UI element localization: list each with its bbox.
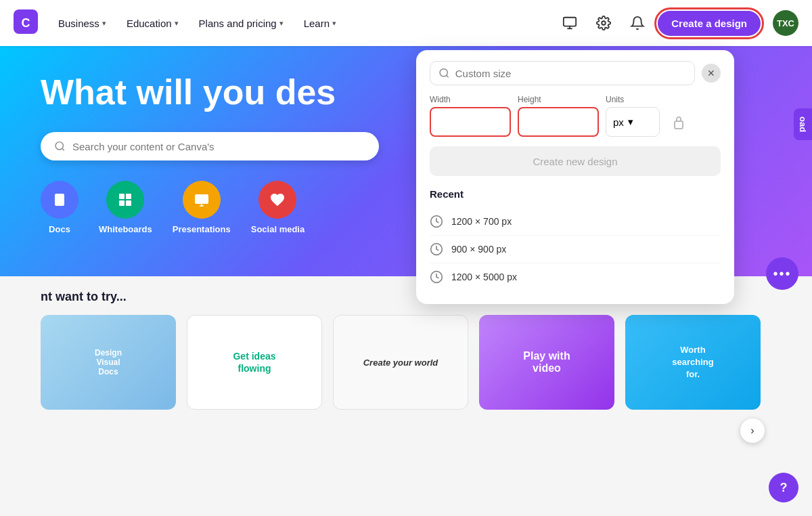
units-select[interactable]: px ▾	[606, 107, 660, 137]
svg-rect-14	[126, 200, 131, 206]
docs-label: Docs	[49, 224, 70, 234]
quick-item-presentations[interactable]: Presentations	[173, 181, 231, 234]
svg-rect-2	[564, 18, 576, 26]
quick-items-row: Docs Whiteboards Presentations Social me…	[41, 181, 304, 234]
more-button[interactable]: •••	[766, 257, 798, 290]
whiteboards-label: Whiteboards	[99, 224, 152, 234]
card-video-text: Play withvideo	[523, 350, 570, 374]
units-label: Units	[606, 95, 660, 104]
next-arrow-button[interactable]: ›	[740, 418, 765, 443]
recent-section: Recent 1200 × 700 px 900 × 900 px 1200 ×…	[430, 188, 721, 291]
avatar[interactable]: TXC	[773, 10, 798, 36]
svg-text:C: C	[22, 16, 30, 30]
clock-icon-1	[430, 242, 443, 256]
try-card-create[interactable]: Create your world	[333, 315, 468, 410]
units-group: Units px ▾	[606, 95, 660, 137]
card-docs-text: DesignVisualDocs	[89, 343, 127, 382]
svg-point-5	[602, 21, 606, 25]
height-field-group: Height	[518, 95, 599, 137]
close-icon: ✕	[707, 68, 715, 79]
width-field-group: Width	[430, 95, 511, 137]
nav-business-label: Business	[58, 18, 99, 29]
quick-item-social[interactable]: Social media	[251, 181, 304, 234]
svg-rect-18	[675, 121, 683, 129]
recent-item-1[interactable]: 900 × 900 px	[430, 236, 721, 263]
try-card-ideas[interactable]: Get ideasflowing	[187, 315, 322, 410]
height-label: Height	[518, 95, 599, 104]
custom-size-search-icon	[438, 67, 450, 79]
recent-item-2-label: 1200 × 5000 px	[451, 272, 517, 282]
recent-item-2[interactable]: 1200 × 5000 px	[430, 263, 721, 291]
hero-search-input[interactable]	[72, 141, 365, 152]
social-label: Social media	[251, 224, 304, 234]
nav-learn-chevron: ▾	[332, 19, 336, 28]
svg-rect-13	[119, 200, 125, 206]
download-label: oad	[798, 116, 808, 132]
lock-aspect-button[interactable]	[667, 107, 691, 137]
canva-logo[interactable]: C	[14, 9, 38, 37]
nav-plans[interactable]: Plans and pricing ▾	[192, 12, 290, 35]
units-value: px	[613, 116, 624, 128]
card-create-text: Create your world	[363, 358, 438, 368]
svg-rect-11	[119, 194, 125, 199]
create-design-button[interactable]: Create a design	[658, 11, 761, 36]
svg-line-17	[447, 75, 449, 77]
width-input[interactable]	[430, 107, 511, 137]
nav-learn[interactable]: Learn ▾	[297, 12, 343, 35]
hero-title: What will you des	[41, 73, 336, 112]
recent-item-0-label: 1200 × 700 px	[451, 216, 512, 227]
try-card-video[interactable]: Play withvideo	[479, 315, 614, 410]
svg-point-16	[440, 69, 447, 77]
units-chevron-icon: ▾	[628, 116, 633, 128]
close-dropdown-button[interactable]: ✕	[702, 64, 721, 83]
gear-icon-btn[interactable]	[590, 9, 617, 37]
custom-size-dropdown: ✕ Width Height Units px ▾ Create new des…	[416, 50, 734, 304]
width-label: Width	[430, 95, 511, 104]
bell-icon-btn[interactable]	[624, 9, 651, 37]
download-panel-btn[interactable]: oad	[794, 108, 812, 140]
svg-rect-12	[126, 194, 131, 199]
help-icon: ?	[780, 481, 788, 495]
recent-item-0[interactable]: 1200 × 700 px	[430, 208, 721, 236]
presentations-label: Presentations	[173, 224, 231, 234]
try-cards-row: DesignVisualDocs Get ideasflowing Create…	[41, 315, 771, 410]
height-input[interactable]	[518, 107, 599, 137]
help-button[interactable]: ?	[769, 473, 798, 502]
search-row: ✕	[430, 61, 721, 85]
clock-icon-2	[430, 270, 443, 284]
custom-size-search-input[interactable]	[455, 68, 686, 79]
nav-education[interactable]: Education ▾	[120, 12, 185, 35]
nav-learn-label: Learn	[304, 18, 330, 29]
svg-point-6	[55, 142, 63, 150]
whiteboards-icon-circle	[106, 181, 144, 219]
create-new-design-button[interactable]: Create new design	[430, 146, 721, 176]
nav-education-chevron: ▾	[175, 19, 179, 28]
nav-business-chevron: ▾	[102, 19, 106, 28]
card-ideas-text: Get ideasflowing	[233, 350, 275, 374]
try-card-worth[interactable]: Worthsearchingfor.	[625, 315, 761, 410]
next-arrow-icon: ›	[750, 425, 754, 437]
custom-size-search-box[interactable]	[430, 61, 695, 85]
hero-search-icon	[54, 140, 66, 152]
svg-line-7	[62, 148, 64, 150]
navbar: C Business ▾ Education ▾ Plans and prici…	[0, 0, 812, 46]
hero-search-bar[interactable]	[41, 132, 379, 160]
card-worth-text: Worthsearchingfor.	[672, 344, 713, 381]
clock-icon-0	[430, 215, 443, 228]
docs-icon-circle	[41, 181, 78, 219]
lock-icon	[673, 114, 685, 129]
recent-item-1-label: 900 × 900 px	[451, 244, 506, 255]
social-icon-circle	[258, 181, 296, 219]
monitor-icon-btn[interactable]	[556, 9, 583, 37]
quick-item-whiteboards[interactable]: Whiteboards	[99, 181, 152, 234]
nav-business[interactable]: Business ▾	[51, 12, 113, 35]
try-card-docs[interactable]: DesignVisualDocs	[41, 315, 176, 410]
custom-size-inputs-row: Width Height Units px ▾	[430, 95, 721, 137]
nav-education-label: Education	[127, 18, 172, 29]
quick-item-docs[interactable]: Docs	[41, 181, 78, 234]
presentations-icon-circle	[183, 181, 221, 219]
svg-rect-15	[195, 194, 208, 204]
nav-plans-label: Plans and pricing	[199, 18, 277, 29]
nav-plans-chevron: ▾	[279, 19, 284, 28]
more-icon: •••	[773, 266, 791, 282]
